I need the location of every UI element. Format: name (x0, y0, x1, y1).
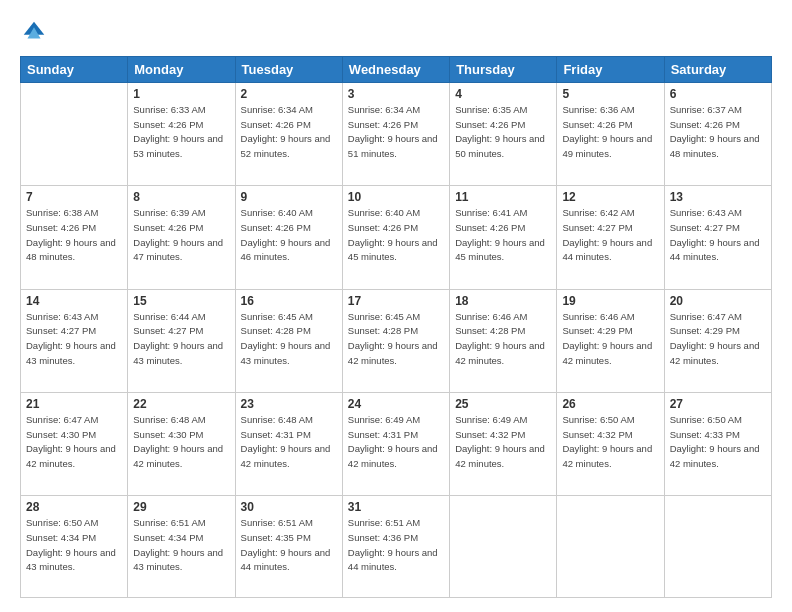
calendar-week-row: 28Sunrise: 6:50 AMSunset: 4:34 PMDayligh… (21, 496, 772, 598)
day-info: Sunrise: 6:39 AMSunset: 4:26 PMDaylight:… (133, 206, 229, 265)
day-info: Sunrise: 6:48 AMSunset: 4:31 PMDaylight:… (241, 413, 337, 472)
calendar-cell: 25Sunrise: 6:49 AMSunset: 4:32 PMDayligh… (450, 392, 557, 495)
calendar-cell: 14Sunrise: 6:43 AMSunset: 4:27 PMDayligh… (21, 289, 128, 392)
calendar-header-thursday: Thursday (450, 57, 557, 83)
day-info: Sunrise: 6:37 AMSunset: 4:26 PMDaylight:… (670, 103, 766, 162)
calendar-cell: 31Sunrise: 6:51 AMSunset: 4:36 PMDayligh… (342, 496, 449, 598)
day-info: Sunrise: 6:50 AMSunset: 4:34 PMDaylight:… (26, 516, 122, 575)
calendar-week-row: 1Sunrise: 6:33 AMSunset: 4:26 PMDaylight… (21, 83, 772, 186)
day-number: 27 (670, 397, 766, 411)
day-number: 20 (670, 294, 766, 308)
day-info: Sunrise: 6:35 AMSunset: 4:26 PMDaylight:… (455, 103, 551, 162)
calendar-cell: 8Sunrise: 6:39 AMSunset: 4:26 PMDaylight… (128, 186, 235, 289)
calendar-cell: 24Sunrise: 6:49 AMSunset: 4:31 PMDayligh… (342, 392, 449, 495)
calendar-cell: 30Sunrise: 6:51 AMSunset: 4:35 PMDayligh… (235, 496, 342, 598)
calendar-cell: 4Sunrise: 6:35 AMSunset: 4:26 PMDaylight… (450, 83, 557, 186)
day-number: 1 (133, 87, 229, 101)
calendar-cell: 6Sunrise: 6:37 AMSunset: 4:26 PMDaylight… (664, 83, 771, 186)
day-number: 3 (348, 87, 444, 101)
day-info: Sunrise: 6:49 AMSunset: 4:32 PMDaylight:… (455, 413, 551, 472)
day-number: 11 (455, 190, 551, 204)
calendar-cell: 2Sunrise: 6:34 AMSunset: 4:26 PMDaylight… (235, 83, 342, 186)
day-number: 6 (670, 87, 766, 101)
calendar-header-friday: Friday (557, 57, 664, 83)
calendar-cell: 15Sunrise: 6:44 AMSunset: 4:27 PMDayligh… (128, 289, 235, 392)
day-number: 18 (455, 294, 551, 308)
calendar-cell: 16Sunrise: 6:45 AMSunset: 4:28 PMDayligh… (235, 289, 342, 392)
calendar-header-tuesday: Tuesday (235, 57, 342, 83)
day-info: Sunrise: 6:46 AMSunset: 4:29 PMDaylight:… (562, 310, 658, 369)
day-number: 9 (241, 190, 337, 204)
day-number: 2 (241, 87, 337, 101)
calendar-cell: 27Sunrise: 6:50 AMSunset: 4:33 PMDayligh… (664, 392, 771, 495)
day-number: 21 (26, 397, 122, 411)
day-info: Sunrise: 6:33 AMSunset: 4:26 PMDaylight:… (133, 103, 229, 162)
calendar-cell: 18Sunrise: 6:46 AMSunset: 4:28 PMDayligh… (450, 289, 557, 392)
day-number: 15 (133, 294, 229, 308)
day-number: 30 (241, 500, 337, 514)
calendar-header-row: SundayMondayTuesdayWednesdayThursdayFrid… (21, 57, 772, 83)
calendar-cell (450, 496, 557, 598)
day-info: Sunrise: 6:38 AMSunset: 4:26 PMDaylight:… (26, 206, 122, 265)
calendar-header-monday: Monday (128, 57, 235, 83)
day-number: 5 (562, 87, 658, 101)
calendar-cell: 19Sunrise: 6:46 AMSunset: 4:29 PMDayligh… (557, 289, 664, 392)
day-info: Sunrise: 6:50 AMSunset: 4:32 PMDaylight:… (562, 413, 658, 472)
calendar-cell (557, 496, 664, 598)
day-number: 25 (455, 397, 551, 411)
day-number: 19 (562, 294, 658, 308)
day-info: Sunrise: 6:43 AMSunset: 4:27 PMDaylight:… (26, 310, 122, 369)
calendar-header-sunday: Sunday (21, 57, 128, 83)
day-info: Sunrise: 6:40 AMSunset: 4:26 PMDaylight:… (348, 206, 444, 265)
day-number: 26 (562, 397, 658, 411)
day-number: 10 (348, 190, 444, 204)
day-number: 24 (348, 397, 444, 411)
day-number: 28 (26, 500, 122, 514)
calendar-week-row: 14Sunrise: 6:43 AMSunset: 4:27 PMDayligh… (21, 289, 772, 392)
calendar-week-row: 21Sunrise: 6:47 AMSunset: 4:30 PMDayligh… (21, 392, 772, 495)
day-info: Sunrise: 6:42 AMSunset: 4:27 PMDaylight:… (562, 206, 658, 265)
logo-icon (20, 18, 48, 46)
day-info: Sunrise: 6:34 AMSunset: 4:26 PMDaylight:… (348, 103, 444, 162)
calendar-cell: 13Sunrise: 6:43 AMSunset: 4:27 PMDayligh… (664, 186, 771, 289)
calendar-cell: 12Sunrise: 6:42 AMSunset: 4:27 PMDayligh… (557, 186, 664, 289)
day-info: Sunrise: 6:44 AMSunset: 4:27 PMDaylight:… (133, 310, 229, 369)
calendar-cell: 17Sunrise: 6:45 AMSunset: 4:28 PMDayligh… (342, 289, 449, 392)
calendar-cell: 26Sunrise: 6:50 AMSunset: 4:32 PMDayligh… (557, 392, 664, 495)
calendar-table: SundayMondayTuesdayWednesdayThursdayFrid… (20, 56, 772, 598)
logo (20, 18, 52, 46)
calendar-week-row: 7Sunrise: 6:38 AMSunset: 4:26 PMDaylight… (21, 186, 772, 289)
day-number: 17 (348, 294, 444, 308)
day-number: 29 (133, 500, 229, 514)
day-info: Sunrise: 6:40 AMSunset: 4:26 PMDaylight:… (241, 206, 337, 265)
day-number: 7 (26, 190, 122, 204)
page: SundayMondayTuesdayWednesdayThursdayFrid… (0, 0, 792, 612)
day-number: 13 (670, 190, 766, 204)
calendar-cell: 21Sunrise: 6:47 AMSunset: 4:30 PMDayligh… (21, 392, 128, 495)
day-number: 12 (562, 190, 658, 204)
day-info: Sunrise: 6:51 AMSunset: 4:36 PMDaylight:… (348, 516, 444, 575)
day-number: 14 (26, 294, 122, 308)
day-info: Sunrise: 6:48 AMSunset: 4:30 PMDaylight:… (133, 413, 229, 472)
calendar-cell: 29Sunrise: 6:51 AMSunset: 4:34 PMDayligh… (128, 496, 235, 598)
calendar-cell: 5Sunrise: 6:36 AMSunset: 4:26 PMDaylight… (557, 83, 664, 186)
calendar-cell (664, 496, 771, 598)
calendar-cell: 10Sunrise: 6:40 AMSunset: 4:26 PMDayligh… (342, 186, 449, 289)
day-number: 31 (348, 500, 444, 514)
calendar-body: 1Sunrise: 6:33 AMSunset: 4:26 PMDaylight… (21, 83, 772, 598)
calendar-cell: 7Sunrise: 6:38 AMSunset: 4:26 PMDaylight… (21, 186, 128, 289)
calendar-cell (21, 83, 128, 186)
day-number: 4 (455, 87, 551, 101)
day-info: Sunrise: 6:46 AMSunset: 4:28 PMDaylight:… (455, 310, 551, 369)
calendar-cell: 22Sunrise: 6:48 AMSunset: 4:30 PMDayligh… (128, 392, 235, 495)
calendar-cell: 9Sunrise: 6:40 AMSunset: 4:26 PMDaylight… (235, 186, 342, 289)
day-info: Sunrise: 6:34 AMSunset: 4:26 PMDaylight:… (241, 103, 337, 162)
day-number: 22 (133, 397, 229, 411)
calendar-header-wednesday: Wednesday (342, 57, 449, 83)
calendar-cell: 3Sunrise: 6:34 AMSunset: 4:26 PMDaylight… (342, 83, 449, 186)
day-info: Sunrise: 6:36 AMSunset: 4:26 PMDaylight:… (562, 103, 658, 162)
day-info: Sunrise: 6:41 AMSunset: 4:26 PMDaylight:… (455, 206, 551, 265)
day-info: Sunrise: 6:49 AMSunset: 4:31 PMDaylight:… (348, 413, 444, 472)
calendar-cell: 1Sunrise: 6:33 AMSunset: 4:26 PMDaylight… (128, 83, 235, 186)
day-number: 8 (133, 190, 229, 204)
